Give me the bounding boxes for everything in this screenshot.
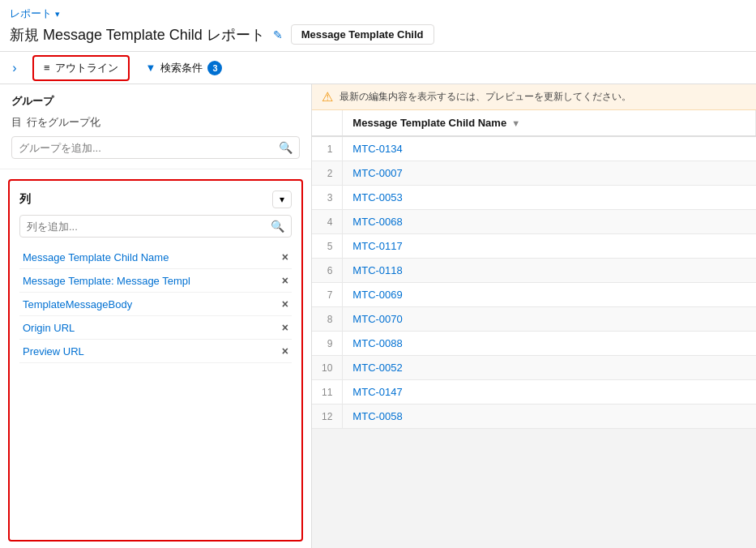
row-group-label: 目 行をグループ化 (11, 115, 300, 130)
row-name[interactable]: MTC-0070 (343, 307, 756, 332)
column-search-button[interactable]: 🔍 (264, 216, 291, 237)
row-number: 8 (312, 307, 343, 332)
row-number: 1 (312, 136, 343, 161)
column-item-remove-button[interactable]: × (282, 321, 288, 334)
row-number: 5 (312, 234, 343, 259)
columns-title: 列 (19, 192, 31, 207)
row-name[interactable]: MTC-0053 (343, 186, 756, 210)
right-panel: ⚠ 最新の編集内容を表示するには、プレビューを更新してください。 Message… (312, 84, 756, 548)
outline-label: アウトライン (55, 61, 118, 75)
row-name[interactable]: MTC-0117 (343, 234, 756, 259)
column-item-label: TemplateMessageBody (23, 298, 132, 310)
columns-header: 列 ▾ (19, 191, 292, 208)
data-table-container: Message Template Child Name ▼ 1 MTC-0134… (312, 110, 756, 548)
warning-text: 最新の編集内容を表示するには、プレビューを更新してください。 (340, 90, 631, 104)
column-search-input[interactable] (20, 216, 264, 237)
row-name[interactable]: MTC-0068 (343, 210, 756, 234)
table-row: 1 MTC-0134 (312, 136, 756, 161)
tab-outline[interactable]: ≡ アウトライン (32, 55, 130, 81)
group-search-box: 🔍 (11, 136, 300, 159)
columns-section: 列 ▾ 🔍 Message Template Child Name × Mess… (8, 179, 303, 542)
row-number: 3 (312, 186, 343, 210)
column-item-remove-button[interactable]: × (282, 298, 288, 310)
table-name-header[interactable]: Message Template Child Name ▼ (343, 110, 756, 136)
table-row-number-header (312, 110, 343, 136)
tab-filter[interactable]: ▼ 検索条件 3 (136, 57, 233, 79)
table-row: 4 MTC-0068 (312, 210, 756, 234)
panel-tabs: ≡ アウトライン ▼ 検索条件 3 (23, 49, 756, 88)
column-item-remove-button[interactable]: × (282, 250, 288, 263)
row-number: 4 (312, 210, 343, 234)
edit-icon[interactable]: ✎ (273, 28, 283, 41)
breadcrumb-link[interactable]: レポート (10, 6, 52, 21)
row-name[interactable]: MTC-0052 (343, 356, 756, 380)
table-row: 6 MTC-0118 (312, 259, 756, 283)
toolbar: › ≡ アウトライン ▼ 検索条件 3 (0, 52, 756, 84)
object-type-badge: Message Template Child (291, 24, 434, 45)
table-row: 7 MTC-0069 (312, 283, 756, 307)
breadcrumb: レポート ▾ (10, 6, 746, 21)
row-group-text: 行をグループ化 (27, 115, 100, 130)
group-search-input[interactable] (12, 138, 272, 158)
sort-icon: ▼ (511, 118, 520, 128)
table-row: 9 MTC-0088 (312, 332, 756, 356)
row-number: 11 (312, 380, 343, 405)
title-row: 新規 Message Template Child レポート ✎ Message… (10, 24, 746, 51)
table-row: 12 MTC-0058 (312, 405, 756, 429)
group-section: グループ 目 行をグループ化 🔍 (0, 84, 311, 169)
outline-icon: ≡ (44, 62, 50, 74)
table-row: 2 MTC-0007 (312, 161, 756, 186)
table-row: 8 MTC-0070 (312, 307, 756, 332)
table-row: 5 MTC-0117 (312, 234, 756, 259)
row-name[interactable]: MTC-0069 (343, 283, 756, 307)
column-item-remove-button[interactable]: × (282, 345, 288, 357)
group-search-button[interactable]: 🔍 (272, 137, 299, 158)
row-number: 6 (312, 259, 343, 283)
table-row: 3 MTC-0053 (312, 186, 756, 210)
column-list-item: Preview URL × (19, 340, 292, 363)
column-item-label: Preview URL (23, 345, 84, 357)
sidebar-toggle-icon[interactable]: › (6, 61, 23, 75)
warning-bar: ⚠ 最新の編集内容を表示するには、プレビューを更新してください。 (312, 84, 756, 110)
row-group-icon: 目 (11, 115, 22, 130)
row-name[interactable]: MTC-0118 (343, 259, 756, 283)
row-number: 9 (312, 332, 343, 356)
group-section-title: グループ (11, 94, 300, 109)
table-row: 11 MTC-0147 (312, 380, 756, 405)
header: レポート ▾ 新規 Message Template Child レポート ✎ … (0, 0, 756, 52)
row-number: 7 (312, 283, 343, 307)
columns-dropdown-button[interactable]: ▾ (272, 191, 292, 208)
column-list-item: Origin URL × (19, 316, 292, 340)
column-item-label: Message Template: Message Templ (23, 275, 190, 287)
row-number: 10 (312, 356, 343, 380)
column-item-remove-button[interactable]: × (282, 274, 288, 287)
table-row: 10 MTC-0052 (312, 356, 756, 380)
row-name[interactable]: MTC-0134 (343, 136, 756, 161)
column-item-label: Origin URL (23, 322, 75, 334)
columns-list: Message Template Child Name × Message Te… (19, 246, 292, 363)
filter-label: 検索条件 (160, 61, 203, 75)
column-header-label: Message Template Child Name (352, 117, 506, 129)
filter-count-badge: 3 (207, 61, 222, 75)
column-list-item: Message Template Child Name × (19, 246, 292, 269)
column-list-item: Message Template: Message Templ × (19, 269, 292, 293)
filter-icon: ▼ (146, 62, 156, 74)
row-name[interactable]: MTC-0058 (343, 405, 756, 429)
row-name[interactable]: MTC-0147 (343, 380, 756, 405)
row-name[interactable]: MTC-0007 (343, 161, 756, 186)
row-number: 12 (312, 405, 343, 429)
column-list-item: TemplateMessageBody × (19, 293, 292, 316)
warning-icon: ⚠ (322, 89, 333, 105)
main-container: グループ 目 行をグループ化 🔍 列 ▾ 🔍 Message Te (0, 84, 756, 548)
page-title: 新規 Message Template Child レポート (10, 25, 265, 45)
data-table: Message Template Child Name ▼ 1 MTC-0134… (312, 110, 756, 429)
column-item-label: Message Template Child Name (23, 251, 169, 263)
row-name[interactable]: MTC-0088 (343, 332, 756, 356)
left-panel: グループ 目 行をグループ化 🔍 列 ▾ 🔍 Message Te (0, 84, 312, 548)
breadcrumb-arrow-icon: ▾ (55, 9, 60, 19)
column-search-box: 🔍 (19, 215, 292, 238)
row-number: 2 (312, 161, 343, 186)
